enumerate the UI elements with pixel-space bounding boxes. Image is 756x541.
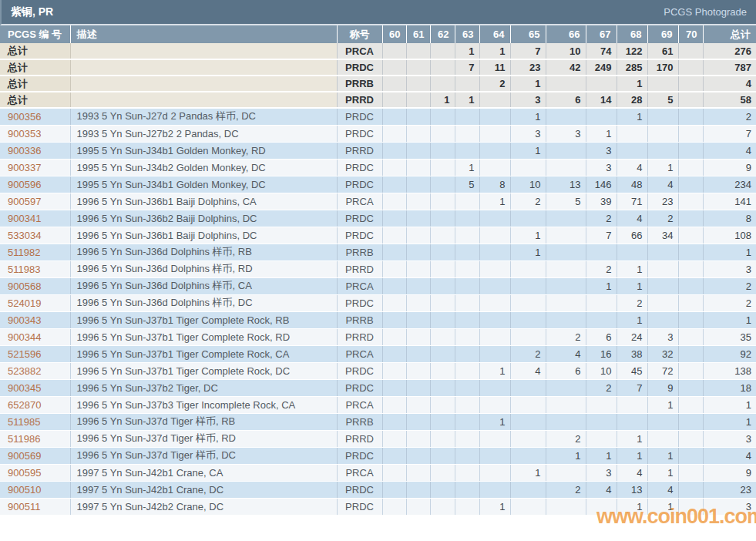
pcgs-number-link[interactable]: 900341 — [8, 213, 41, 224]
grade-count — [455, 481, 479, 498]
title-bar: 紫铜, PR PCGS Photograde — [0, 0, 756, 25]
total-count: 787 — [703, 59, 756, 76]
grade-count — [479, 430, 510, 447]
pcgs-number-link[interactable]: 900569 — [8, 450, 41, 462]
pcgs-number-link[interactable]: 511982 — [8, 247, 40, 258]
pcgs-number-link[interactable]: 900511 — [8, 501, 40, 512]
summary-row-description — [70, 59, 337, 76]
grade-count — [510, 277, 546, 294]
coin-description: 1993 5 Yn Sun-J27b2 2 Pandas, DC — [70, 125, 337, 142]
table-header-row: PCGS 编 号 描述 称号 60 61 62 63 64 65 66 67 6… — [0, 25, 756, 43]
grade-count — [430, 413, 455, 430]
coin-description: 1995 5 Yn Sun-J34b1 Golden Monkey, RD — [70, 142, 337, 159]
designation: PRRB — [337, 413, 382, 430]
header-grade-60: 60 — [382, 25, 406, 43]
grade-count: 4 — [617, 159, 647, 176]
designation: PRCA — [337, 464, 382, 481]
pcgs-number-cell: 900597 — [0, 193, 70, 210]
pcgs-number-cell: 533034 — [0, 227, 70, 244]
pcgs-number-link[interactable]: 900596 — [8, 179, 41, 190]
coin-description: 1996 5 Yn Sun-J36b2 Baiji Dolphins, DC — [70, 210, 337, 227]
header-grade-65: 65 — [510, 25, 546, 43]
total-count: 276 — [703, 43, 756, 59]
pcgs-number-link[interactable]: 524019 — [8, 297, 41, 309]
pcgs-number-cell: 900596 — [0, 176, 70, 193]
grade-count: 1 — [647, 498, 678, 515]
designation: PRDC — [337, 176, 382, 193]
grade-count — [455, 294, 479, 311]
grade-count — [647, 142, 678, 159]
grade-count — [430, 277, 455, 294]
pcgs-number-link[interactable]: 900568 — [8, 281, 41, 292]
summary-tbody: 总计 PRCA 1 1 7 10 74 122 61 276 总计 PRDC 7… — [0, 43, 756, 108]
grade-count: 2 — [510, 193, 546, 210]
pcgs-number-link[interactable]: 523882 — [8, 365, 41, 377]
pcgs-number-link[interactable]: 900510 — [8, 484, 41, 496]
photograde-link[interactable]: PCGS Photograde — [664, 6, 747, 18]
pcgs-number-cell: 900344 — [0, 328, 70, 345]
grade-count — [510, 328, 546, 345]
grade-count: 34 — [647, 227, 678, 244]
total-count: 4 — [703, 142, 756, 159]
grade-count — [455, 430, 479, 447]
pcgs-number-link[interactable]: 511983 — [8, 264, 40, 275]
grade-count: 1 — [455, 159, 479, 176]
total-count: 1 — [703, 244, 756, 260]
grade-count — [430, 396, 455, 413]
grade-count — [678, 362, 703, 379]
grade-count: 1 — [455, 43, 479, 59]
grade-count: 1 — [617, 498, 647, 515]
page-title: 紫铜, PR — [11, 5, 53, 19]
coin-description: 1997 5 Yn Sun-J42b2 Crane, DC — [70, 498, 337, 515]
grade-count: 1 — [430, 92, 455, 108]
pcgs-number-cell: 521596 — [0, 345, 70, 362]
pcgs-number-link[interactable]: 900336 — [8, 145, 41, 156]
pcgs-number-cell: 511983 — [0, 260, 70, 277]
pcgs-number-link[interactable]: 511986 — [8, 433, 40, 445]
pcgs-number-link[interactable]: 900595 — [8, 467, 41, 479]
header-grade-66: 66 — [546, 25, 586, 43]
grade-count — [430, 498, 455, 515]
grade-count: 1 — [510, 108, 546, 125]
grade-count — [678, 76, 703, 92]
table-row: 900353 1993 5 Yn Sun-J27b2 2 Pandas, DC … — [0, 125, 756, 142]
table-row: 652870 1996 5 Yn Sun-J37b3 Tiger Incompl… — [0, 396, 756, 413]
header-description: 描述 — [70, 25, 337, 43]
grade-count — [430, 142, 455, 159]
pcgs-number-link[interactable]: 533034 — [8, 230, 41, 241]
total-count: 3 — [703, 498, 756, 515]
grade-count — [586, 311, 617, 328]
grade-count — [617, 125, 647, 142]
grade-count — [455, 142, 479, 159]
grade-count — [406, 210, 430, 227]
table-row: 900596 1995 5 Yn Sun-J34b1 Golden Monkey… — [0, 176, 756, 193]
grade-count: 1 — [617, 76, 647, 92]
grade-count: 1 — [647, 159, 678, 176]
table-row: 524019 1996 5 Yn Sun-J36d Dolphins 样币, D… — [0, 294, 756, 311]
pcgs-number-link[interactable]: 900337 — [8, 162, 41, 173]
summary-row-description — [70, 76, 337, 92]
pcgs-number-link[interactable]: 900345 — [8, 382, 41, 394]
pcgs-number-link[interactable]: 900343 — [8, 314, 41, 326]
pcgs-number-link[interactable]: 521596 — [8, 348, 41, 360]
pcgs-number-link[interactable]: 511985 — [8, 416, 40, 428]
pcgs-number-cell: 900336 — [0, 142, 70, 159]
grade-count — [382, 176, 406, 193]
grade-count — [382, 362, 406, 379]
grade-count — [382, 76, 406, 92]
pcgs-number-link[interactable]: 652870 — [8, 399, 41, 411]
grade-count — [678, 464, 703, 481]
pcgs-number-link[interactable]: 900597 — [8, 196, 41, 207]
grade-count — [406, 447, 430, 464]
grade-count — [678, 311, 703, 328]
grade-count: 3 — [510, 92, 546, 108]
pcgs-number-link[interactable]: 900353 — [8, 128, 41, 139]
pcgs-number-link[interactable]: 900344 — [8, 331, 41, 343]
total-count: 8 — [703, 210, 756, 227]
grade-count: 1 — [617, 311, 647, 328]
grade-count — [406, 328, 430, 345]
designation: PRCA — [337, 396, 382, 413]
pcgs-number-link[interactable]: 900356 — [8, 111, 41, 123]
grade-count — [678, 413, 703, 430]
grade-count: 2 — [586, 379, 617, 396]
